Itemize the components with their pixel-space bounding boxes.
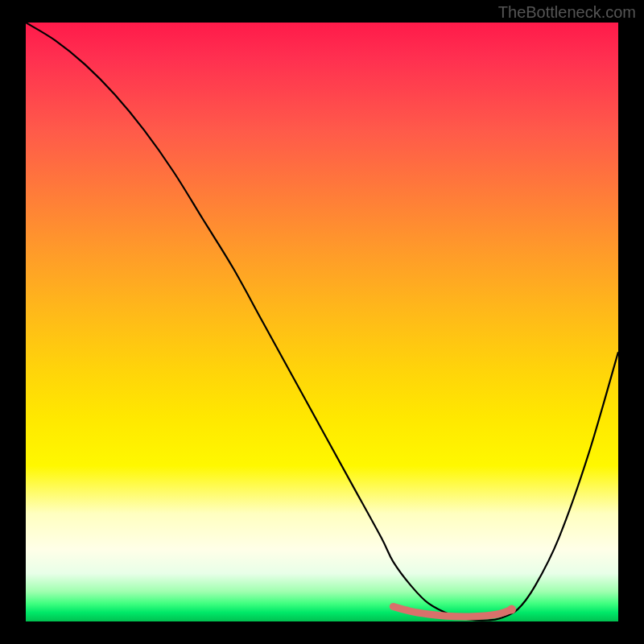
watermark-text: TheBottleneck.com bbox=[498, 3, 636, 22]
optimal-zone-highlight bbox=[393, 606, 511, 617]
chart-plot-area bbox=[26, 23, 618, 621]
bottleneck-curve-line bbox=[26, 23, 618, 621]
chart-svg bbox=[26, 23, 618, 621]
optimal-zone-end-dot bbox=[507, 605, 516, 614]
